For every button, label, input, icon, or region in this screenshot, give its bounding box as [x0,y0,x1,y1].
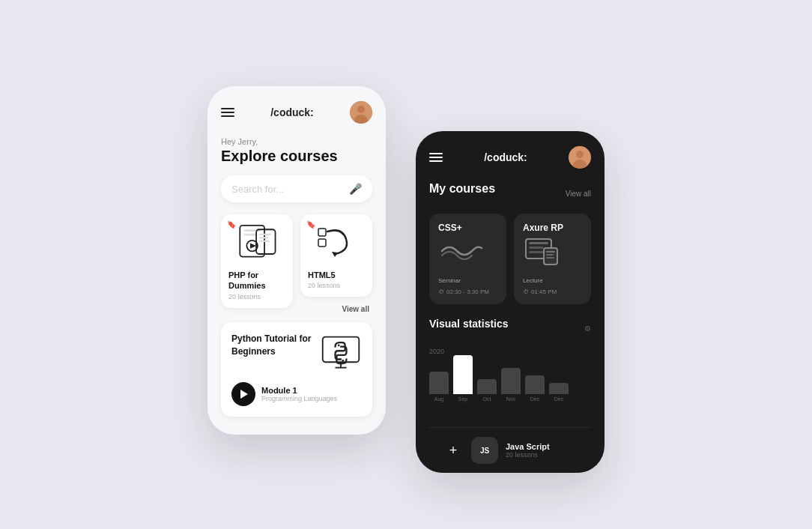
svg-point-17 [342,360,344,362]
svg-rect-24 [529,242,548,244]
bar-oct-label: Oct [483,396,491,402]
clock-icon: ⏱ [438,288,444,295]
stats-icon: ⚙ [584,324,591,333]
bar-oct-bar [477,379,497,394]
axure-name: Axure RP [523,223,582,233]
bar-nov-label: Nov [506,396,515,402]
bookmark-icon-html: 🔖 [306,220,315,229]
svg-rect-13 [318,229,326,236]
js-course-info: Java Script 20 lessons [506,442,550,459]
php-lessons: 20 lessons [228,293,285,300]
js-course-lessons: 20 lessons [506,451,550,459]
php-illustration [228,222,285,264]
bar-nov: Nov [501,368,521,402]
svg-rect-5 [244,234,256,236]
bar-dec2-label: Dec [554,396,563,402]
bar-dec2-bar [549,383,569,394]
bar-aug-bar [429,372,449,394]
axure-card[interactable]: Axure RP Lecture ⏱ [514,214,591,304]
svg-rect-27 [544,248,557,264]
html5-title: HTML5 [308,270,365,280]
html5-card[interactable]: 🔖 HTML5 20 lessons [300,214,372,297]
svg-rect-11 [259,241,270,242]
python-card-header: Python Tutorial for Beginners [231,333,362,375]
light-header: /coduck: [221,101,372,124]
axure-type: Lecture [523,277,543,284]
svg-rect-14 [318,239,326,247]
svg-point-16 [338,345,340,347]
module-name: Module 1 [261,386,337,395]
bar-dec1-label: Dec [530,396,539,402]
stats-section: Visual statistics ⚙ 2020 Aug Sep Oct [429,318,591,415]
courses-row: 🔖 PHP fo [221,214,372,315]
svg-rect-28 [546,251,555,253]
view-all-link[interactable]: View all [342,305,369,316]
bottom-bar: + JS Java Script 20 lessons [429,427,591,473]
stats-year: 2020 [429,348,591,355]
bar-aug-label: Aug [434,396,443,402]
module-sub: Programming Languages [261,395,337,402]
css-time: ⏱ 02:30 - 3:30 PM [438,288,497,295]
module-info: Module 1 Programming Languages [261,386,337,402]
svg-rect-29 [546,254,554,256]
svg-rect-26 [529,251,545,253]
dark-avatar[interactable] [569,146,591,169]
bar-dec1: Dec [525,375,545,402]
js-course-name: Java Script [506,442,550,451]
svg-rect-15 [323,337,360,363]
bar-dec2: Dec [549,383,569,402]
search-bar[interactable]: Search for... 🎤 [221,175,372,202]
bar-aug: Aug [429,372,449,402]
html5-illustration [308,222,365,264]
dark-logo: /coduck: [484,151,527,163]
dark-header: /coduck: [429,146,591,169]
stats-header: Visual statistics ⚙ [429,318,591,339]
html5-lessons: 20 lessons [308,282,365,289]
dark-hamburger-menu[interactable] [429,153,443,162]
bar-sep-bar [453,355,473,394]
bar-sep-label: Sep [458,396,467,402]
bar-nov-bar [501,368,521,394]
dark-view-all[interactable]: View all [566,190,591,198]
python-card[interactable]: Python Tutorial for Beginners [221,322,372,417]
bar-chart: Aug Sep Oct Nov Dec [429,363,591,415]
module-row: Module 1 Programming Languages [231,382,362,406]
hamburger-menu[interactable] [221,108,234,117]
avatar[interactable] [350,101,372,124]
my-courses-title: My courses [429,182,495,196]
svg-rect-25 [529,247,544,249]
dark-phone: /coduck: My courses View all CSS+ [416,131,605,473]
my-courses-row: CSS+ Seminar ⏱ 02:30 - 3:30 PM Axure RP [429,214,591,304]
bar-dec1-bar [525,375,545,394]
play-button[interactable] [231,382,255,406]
svg-marker-7 [250,243,256,248]
js-badge: JS [471,437,498,464]
bar-oct: Oct [477,379,497,402]
css-type: Seminar [438,277,461,284]
svg-rect-9 [259,234,271,235]
css-card[interactable]: CSS+ Seminar ⏱ 02:30 - 3:30 PM [429,214,506,304]
mic-icon[interactable]: 🎤 [349,183,362,195]
svg-point-1 [357,106,365,113]
greeting-text: Hey Jerry, [221,137,372,146]
bookmark-icon: 🔖 [227,220,236,229]
svg-rect-30 [546,257,554,259]
axure-time: ⏱ 01:45 PM [523,288,582,295]
python-title: Python Tutorial for Beginners [231,333,314,358]
css-illustration [438,238,483,267]
search-placeholder: Search for... [231,184,284,195]
axure-illustration [523,238,560,267]
stats-title: Visual statistics [429,318,509,330]
svg-point-21 [576,151,584,158]
my-courses-header: My courses View all [429,182,591,205]
light-phone: /coduck: Hey Jerry, Explore courses Sear… [207,86,386,435]
svg-rect-10 [259,237,269,238]
axure-clock-icon: ⏱ [523,288,529,295]
python-illustration [320,333,362,375]
css-name: CSS+ [438,223,497,233]
light-logo: /coduck: [270,106,314,118]
page-title: Explore courses [221,148,372,165]
bar-sep: Sep [453,355,473,402]
php-card[interactable]: 🔖 PHP fo [221,214,293,308]
add-button[interactable]: + [443,440,464,461]
